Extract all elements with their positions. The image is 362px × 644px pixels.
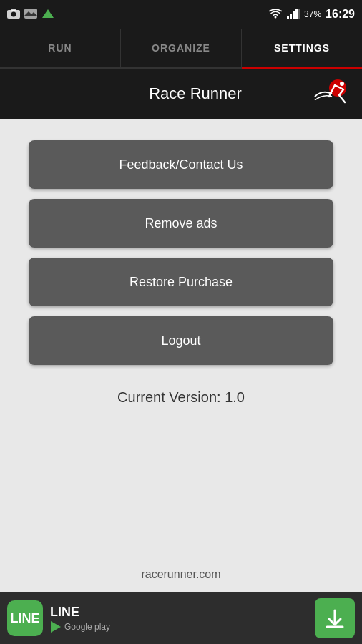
tab-bar: RUN ORGANIZE SETTINGS bbox=[0, 29, 362, 69]
svg-point-1 bbox=[11, 11, 16, 16]
ad-content: LINE Google play bbox=[43, 605, 315, 633]
header: Race Runner bbox=[0, 69, 362, 119]
app-logo bbox=[308, 74, 351, 114]
svg-rect-8 bbox=[290, 14, 292, 19]
ad-download-button[interactable] bbox=[315, 598, 355, 638]
content-wrapper: Feedback/Contact Us Remove ads Restore P… bbox=[0, 119, 362, 592]
image-icon bbox=[24, 9, 37, 21]
content-scroll: Feedback/Contact Us Remove ads Restore P… bbox=[0, 119, 362, 557]
svg-point-13 bbox=[340, 82, 344, 86]
svg-rect-11 bbox=[298, 9, 300, 19]
ad-logo: LINE bbox=[7, 600, 43, 636]
svg-rect-10 bbox=[295, 9, 298, 19]
wifi-icon bbox=[268, 9, 283, 21]
logout-button[interactable]: Logout bbox=[29, 316, 333, 365]
svg-marker-14 bbox=[51, 621, 61, 633]
status-time: 16:29 bbox=[326, 8, 355, 21]
remove-ads-button[interactable]: Remove ads bbox=[29, 199, 333, 248]
svg-rect-9 bbox=[293, 11, 295, 19]
svg-point-6 bbox=[275, 16, 277, 18]
restore-purchase-button[interactable]: Restore Purchase bbox=[29, 258, 333, 306]
version-text: Current Version: 1.0 bbox=[117, 389, 245, 406]
tab-organize[interactable]: ORGANIZE bbox=[121, 29, 242, 67]
footer-link[interactable]: racerunner.com bbox=[0, 557, 362, 592]
status-right-icons: 37% 16:29 bbox=[268, 8, 355, 21]
google-play-icon bbox=[50, 621, 62, 633]
feedback-button[interactable]: Feedback/Contact Us bbox=[29, 140, 333, 189]
photo-icon bbox=[7, 9, 20, 21]
status-bar: 37% 16:29 bbox=[0, 0, 362, 29]
ad-subtitle: Google play bbox=[50, 621, 315, 633]
signal-icon bbox=[287, 9, 300, 21]
svg-marker-5 bbox=[42, 9, 54, 18]
page-title: Race Runner bbox=[83, 84, 308, 103]
ad-banner[interactable]: LINE LINE Google play bbox=[0, 592, 362, 644]
tab-settings[interactable]: SETTINGS bbox=[242, 29, 362, 67]
battery-text: 37% bbox=[304, 9, 321, 19]
tab-run[interactable]: RUN bbox=[0, 29, 121, 67]
status-left-icons bbox=[7, 9, 54, 21]
svg-rect-7 bbox=[287, 16, 289, 19]
app-icon bbox=[41, 9, 54, 21]
svg-rect-2 bbox=[11, 9, 16, 11]
